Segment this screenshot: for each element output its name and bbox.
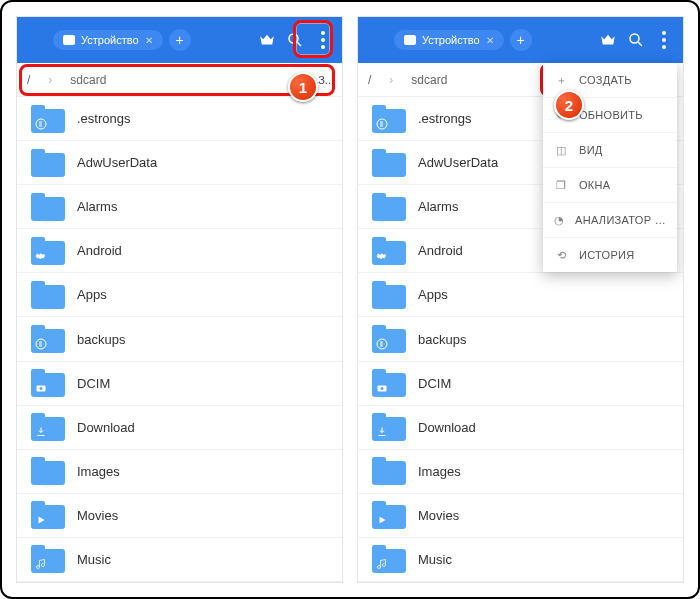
search-icon[interactable] (284, 29, 306, 51)
hamburger-icon[interactable] (366, 29, 388, 51)
folder-name: Movies (77, 508, 118, 523)
breadcrumb-root[interactable]: / (27, 73, 30, 87)
svg-line-8 (638, 42, 642, 46)
folder-badge-icon (375, 249, 389, 263)
premium-crown-icon[interactable] (597, 29, 619, 51)
breadcrumb-path[interactable]: sdcard (70, 73, 106, 87)
close-tab-icon[interactable]: ✕ (486, 35, 494, 46)
folder-badge-icon (375, 161, 389, 175)
svg-point-0 (289, 34, 298, 43)
folder-badge-icon (34, 557, 48, 571)
phone-right: Устройство ✕ + / › sdcard .estrongsAdwUs… (357, 16, 684, 583)
file-list-left[interactable]: .estrongsAdwUserDataAlarmsAndroidAppsbac… (17, 97, 342, 582)
folder-row[interactable]: Images (358, 450, 683, 494)
folder-row[interactable]: Download (17, 406, 342, 450)
svg-point-5 (40, 387, 43, 390)
folder-icon (31, 281, 65, 309)
more-menu-icon[interactable] (312, 29, 334, 51)
folder-name: Android (77, 243, 122, 258)
folder-row[interactable]: Movies (17, 494, 342, 538)
plus-icon: ＋ (553, 72, 569, 88)
folder-badge-icon (375, 293, 389, 307)
folder-row[interactable]: backups (17, 317, 342, 361)
hamburger-icon[interactable] (25, 29, 47, 51)
folder-badge-icon (34, 205, 48, 219)
folder-name: Download (418, 420, 476, 435)
folder-icon (31, 325, 65, 353)
menu-item-label: АНАЛИЗАТОР ФАЙЛ... (575, 214, 667, 226)
add-tab-button[interactable]: + (169, 29, 191, 51)
location-chip[interactable]: Устройство ✕ (53, 30, 163, 50)
folder-row[interactable]: Images (17, 450, 342, 494)
folder-name: Images (77, 464, 120, 479)
add-tab-button[interactable]: + (510, 29, 532, 51)
breadcrumb-root[interactable]: / (368, 73, 371, 87)
folder-name: backups (418, 332, 466, 347)
svg-line-1 (297, 42, 301, 46)
folder-icon (31, 413, 65, 441)
annotation-badge-1: 1 (288, 72, 318, 102)
folder-icon (31, 457, 65, 485)
folder-name: backups (77, 332, 125, 347)
sdcard-icon (404, 35, 416, 45)
folder-row[interactable]: backups (358, 317, 683, 361)
folder-name: Apps (77, 287, 107, 302)
folder-name: Android (418, 243, 463, 258)
folder-badge-icon (375, 381, 389, 395)
folder-name: Download (77, 420, 135, 435)
location-chip[interactable]: Устройство ✕ (394, 30, 504, 50)
folder-row[interactable]: Alarms (17, 185, 342, 229)
folder-name: AdwUserData (418, 155, 498, 170)
folder-icon (31, 105, 65, 133)
menu-item-label: ВИД (579, 144, 603, 156)
svg-point-7 (630, 34, 639, 43)
more-menu-icon[interactable] (653, 29, 675, 51)
folder-name: Music (77, 552, 111, 567)
folder-name: Images (418, 464, 461, 479)
menu-item-label: СОЗДАТЬ (579, 74, 632, 86)
folder-icon (372, 501, 406, 529)
breadcrumb-path[interactable]: sdcard (411, 73, 447, 87)
folder-name: Movies (418, 508, 459, 523)
menu-item-windows[interactable]: ❐ОКНА (543, 168, 677, 203)
folder-name: AdwUserData (77, 155, 157, 170)
folder-row[interactable]: AdwUserData (17, 141, 342, 185)
location-label: Устройство (422, 34, 480, 46)
folder-row[interactable]: DCIM (358, 362, 683, 406)
folder-row[interactable]: Apps (17, 273, 342, 317)
folder-row[interactable]: Download (358, 406, 683, 450)
folder-icon (372, 149, 406, 177)
folder-icon (372, 545, 406, 573)
search-icon[interactable] (625, 29, 647, 51)
folder-row[interactable]: Apps (358, 273, 683, 317)
topbar: Устройство ✕ + (17, 17, 342, 63)
folder-badge-icon (34, 425, 48, 439)
svg-marker-13 (380, 517, 386, 524)
folder-row[interactable]: DCIM (17, 362, 342, 406)
folder-name: DCIM (77, 376, 110, 391)
folder-badge-icon (375, 469, 389, 483)
folder-row[interactable]: Music (358, 538, 683, 582)
folder-row[interactable]: Movies (358, 494, 683, 538)
folder-row[interactable]: Android (17, 229, 342, 273)
menu-item-view[interactable]: ◫ВИД (543, 133, 677, 168)
menu-item-analyzer[interactable]: ◔АНАЛИЗАТОР ФАЙЛ... (543, 203, 677, 238)
premium-crown-icon[interactable] (256, 29, 278, 51)
folder-icon (372, 457, 406, 485)
windows-icon: ❐ (553, 177, 569, 193)
folder-icon (31, 545, 65, 573)
sdcard-icon (63, 35, 75, 45)
menu-item-history[interactable]: ⟲ИСТОРИЯ (543, 238, 677, 272)
folder-icon (31, 369, 65, 397)
folder-row[interactable]: .estrongs (17, 97, 342, 141)
folder-name: Music (418, 552, 452, 567)
folder-row[interactable]: Music (17, 538, 342, 582)
folder-badge-icon (34, 249, 48, 263)
folder-icon (372, 193, 406, 221)
menu-item-label: ОБНОВИТЬ (579, 109, 643, 121)
phone-left: Устройство ✕ + / › sdcard А..З... .estro… (16, 16, 343, 583)
close-tab-icon[interactable]: ✕ (145, 35, 153, 46)
view-icon: ◫ (553, 142, 569, 158)
folder-icon (372, 413, 406, 441)
folder-icon (31, 193, 65, 221)
